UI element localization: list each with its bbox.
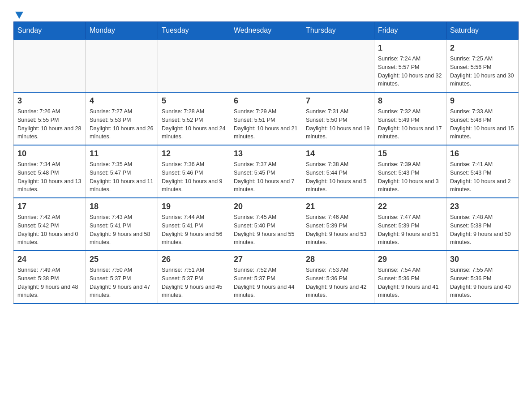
day-info: Sunrise: 7:25 AM Sunset: 5:56 PM Dayligh… [450,55,515,88]
calendar-week-row: 24Sunrise: 7:49 AM Sunset: 5:38 PM Dayli… [14,251,519,304]
calendar-header-sunday: Sunday [14,22,86,40]
calendar-cell: 27Sunrise: 7:52 AM Sunset: 5:37 PM Dayli… [230,251,302,304]
calendar-cell: 15Sunrise: 7:39 AM Sunset: 5:43 PM Dayli… [374,145,446,198]
calendar-cell: 1Sunrise: 7:24 AM Sunset: 5:57 PM Daylig… [374,39,446,92]
day-info: Sunrise: 7:50 AM Sunset: 5:37 PM Dayligh… [90,266,154,300]
calendar-cell [302,39,374,92]
calendar-cell: 17Sunrise: 7:42 AM Sunset: 5:42 PM Dayli… [14,198,86,251]
calendar-cell: 12Sunrise: 7:36 AM Sunset: 5:46 PM Dayli… [158,145,230,198]
calendar-cell: 18Sunrise: 7:43 AM Sunset: 5:41 PM Dayli… [86,198,158,251]
calendar-cell: 6Sunrise: 7:29 AM Sunset: 5:51 PM Daylig… [230,92,302,145]
logo [13,9,24,17]
day-number: 28 [306,255,370,264]
day-number: 13 [234,149,298,158]
day-number: 27 [234,255,298,264]
day-number: 12 [162,149,226,158]
day-info: Sunrise: 7:39 AM Sunset: 5:43 PM Dayligh… [378,160,442,194]
calendar-cell: 2Sunrise: 7:25 AM Sunset: 5:56 PM Daylig… [446,39,519,92]
calendar-table: SundayMondayTuesdayWednesdayThursdayFrid… [13,21,519,304]
calendar-cell: 21Sunrise: 7:46 AM Sunset: 5:39 PM Dayli… [302,198,374,251]
day-number: 3 [17,96,82,106]
calendar-header-tuesday: Tuesday [158,22,230,40]
day-info: Sunrise: 7:38 AM Sunset: 5:44 PM Dayligh… [306,160,370,194]
calendar-cell: 19Sunrise: 7:44 AM Sunset: 5:41 PM Dayli… [158,198,230,251]
calendar-cell: 22Sunrise: 7:47 AM Sunset: 5:39 PM Dayli… [374,198,446,251]
day-number: 17 [17,202,82,211]
calendar-cell: 23Sunrise: 7:48 AM Sunset: 5:38 PM Dayli… [446,198,519,251]
calendar-cell: 29Sunrise: 7:54 AM Sunset: 5:36 PM Dayli… [374,251,446,304]
day-number: 19 [162,202,226,211]
day-info: Sunrise: 7:26 AM Sunset: 5:55 PM Dayligh… [17,107,82,141]
calendar-header-friday: Friday [374,22,446,40]
calendar-week-row: 1Sunrise: 7:24 AM Sunset: 5:57 PM Daylig… [14,39,519,92]
day-number: 7 [306,96,370,106]
calendar-cell [158,39,230,92]
calendar-cell: 13Sunrise: 7:37 AM Sunset: 5:45 PM Dayli… [230,145,302,198]
day-info: Sunrise: 7:54 AM Sunset: 5:36 PM Dayligh… [378,266,442,300]
calendar-cell: 3Sunrise: 7:26 AM Sunset: 5:55 PM Daylig… [14,92,86,145]
day-number: 9 [450,96,515,106]
calendar-cell: 24Sunrise: 7:49 AM Sunset: 5:38 PM Dayli… [14,251,86,304]
calendar-cell: 28Sunrise: 7:53 AM Sunset: 5:36 PM Dayli… [302,251,374,304]
day-info: Sunrise: 7:47 AM Sunset: 5:39 PM Dayligh… [378,213,442,247]
day-info: Sunrise: 7:28 AM Sunset: 5:52 PM Dayligh… [162,107,226,141]
calendar-week-row: 17Sunrise: 7:42 AM Sunset: 5:42 PM Dayli… [14,198,519,251]
day-number: 30 [450,255,515,264]
day-info: Sunrise: 7:36 AM Sunset: 5:46 PM Dayligh… [162,160,226,194]
day-number: 6 [234,96,298,106]
day-number: 10 [17,149,82,158]
calendar-cell: 20Sunrise: 7:45 AM Sunset: 5:40 PM Dayli… [230,198,302,251]
day-number: 15 [378,149,442,158]
calendar-cell: 8Sunrise: 7:32 AM Sunset: 5:49 PM Daylig… [374,92,446,145]
day-number: 14 [306,149,370,158]
calendar-cell: 16Sunrise: 7:41 AM Sunset: 5:43 PM Dayli… [446,145,519,198]
day-info: Sunrise: 7:42 AM Sunset: 5:42 PM Dayligh… [17,213,82,247]
day-number: 18 [90,202,154,211]
day-number: 2 [450,43,515,53]
calendar-cell [86,39,158,92]
day-info: Sunrise: 7:31 AM Sunset: 5:50 PM Dayligh… [306,107,370,141]
day-info: Sunrise: 7:37 AM Sunset: 5:45 PM Dayligh… [234,160,298,194]
calendar-cell: 5Sunrise: 7:28 AM Sunset: 5:52 PM Daylig… [158,92,230,145]
day-info: Sunrise: 7:53 AM Sunset: 5:36 PM Dayligh… [306,266,370,300]
day-info: Sunrise: 7:43 AM Sunset: 5:41 PM Dayligh… [90,213,154,247]
day-number: 25 [90,255,154,264]
day-info: Sunrise: 7:49 AM Sunset: 5:38 PM Dayligh… [17,266,82,300]
day-info: Sunrise: 7:45 AM Sunset: 5:40 PM Dayligh… [234,213,298,247]
calendar-header-wednesday: Wednesday [230,22,302,40]
day-info: Sunrise: 7:48 AM Sunset: 5:38 PM Dayligh… [450,213,515,247]
logo-triangle-icon [14,10,24,20]
day-number: 5 [162,96,226,106]
calendar-header-row: SundayMondayTuesdayWednesdayThursdayFrid… [14,22,519,40]
day-info: Sunrise: 7:44 AM Sunset: 5:41 PM Dayligh… [162,213,226,247]
calendar-cell: 7Sunrise: 7:31 AM Sunset: 5:50 PM Daylig… [302,92,374,145]
day-number: 16 [450,149,515,158]
calendar-header-saturday: Saturday [446,22,519,40]
day-info: Sunrise: 7:35 AM Sunset: 5:47 PM Dayligh… [90,160,154,194]
calendar-cell: 14Sunrise: 7:38 AM Sunset: 5:44 PM Dayli… [302,145,374,198]
day-number: 22 [378,202,442,211]
calendar-week-row: 10Sunrise: 7:34 AM Sunset: 5:48 PM Dayli… [14,145,519,198]
calendar-cell: 25Sunrise: 7:50 AM Sunset: 5:37 PM Dayli… [86,251,158,304]
calendar-cell: 10Sunrise: 7:34 AM Sunset: 5:48 PM Dayli… [14,145,86,198]
day-number: 20 [234,202,298,211]
day-number: 24 [17,255,82,264]
day-info: Sunrise: 7:34 AM Sunset: 5:48 PM Dayligh… [17,160,82,194]
calendar-header-thursday: Thursday [302,22,374,40]
calendar-cell [230,39,302,92]
day-info: Sunrise: 7:51 AM Sunset: 5:37 PM Dayligh… [162,266,226,300]
day-number: 21 [306,202,370,211]
calendar-cell: 9Sunrise: 7:33 AM Sunset: 5:48 PM Daylig… [446,92,519,145]
calendar-week-row: 3Sunrise: 7:26 AM Sunset: 5:55 PM Daylig… [14,92,519,145]
svg-marker-0 [15,12,23,19]
day-number: 11 [90,149,154,158]
day-info: Sunrise: 7:55 AM Sunset: 5:36 PM Dayligh… [450,266,515,300]
day-number: 29 [378,255,442,264]
calendar-cell [14,39,86,92]
day-number: 26 [162,255,226,264]
day-info: Sunrise: 7:27 AM Sunset: 5:53 PM Dayligh… [90,107,154,141]
day-number: 4 [90,96,154,106]
page-header [13,9,519,17]
day-number: 23 [450,202,515,211]
day-info: Sunrise: 7:33 AM Sunset: 5:48 PM Dayligh… [450,107,515,141]
